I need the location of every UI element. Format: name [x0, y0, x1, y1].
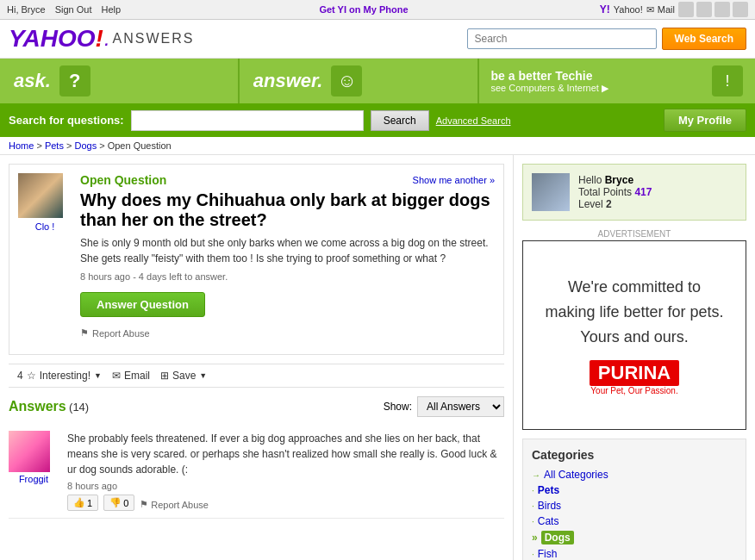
ask-label: ask. [14, 70, 51, 92]
hello-text: Hello [578, 174, 602, 186]
answers-section: Answers (14) Show: All Answers Oldest Fi… [9, 396, 504, 519]
level-label: Level [578, 198, 603, 210]
question-search-input[interactable] [131, 110, 364, 131]
answer-icon: ☺ [331, 65, 362, 96]
mail-label: Mail [658, 4, 675, 15]
nav-banner: ask. ? answer. ☺ be a better Techie see … [0, 59, 755, 103]
logo-dot: . [104, 27, 110, 51]
asker-name[interactable]: Clo ! [35, 221, 55, 232]
breadcrumb-pets[interactable]: Pets [45, 140, 64, 151]
total-points-line: Total Points 417 [578, 186, 652, 198]
hi-bryce-link[interactable]: Hi, Bryce [7, 4, 46, 15]
search-for-questions-label: Search for questions: [9, 114, 124, 127]
category-active-indicator: » [532, 532, 538, 544]
category-bullet: · [532, 501, 534, 511]
category-bullet: · [532, 517, 534, 526]
category-fish[interactable]: · Fish [532, 546, 737, 560]
report-abuse-link[interactable]: ⚑ Report Abuse [80, 327, 495, 339]
show-label: Show: [384, 401, 412, 413]
answers-show-select[interactable]: All Answers Oldest First Newest First [417, 396, 504, 417]
my-profile-button[interactable]: My Profile [664, 109, 746, 132]
purina-brand-name: PURINA [590, 360, 679, 386]
top-bar: Hi, Bryce Sign Out Help Get YI on My Pho… [0, 0, 755, 20]
user-avatar [532, 173, 570, 211]
yahoo-logo-text: YAHOO! [9, 25, 103, 53]
top-bar-right: Y! Yahoo! ✉ Mail [600, 2, 748, 17]
save-label: Save [172, 370, 196, 382]
answers-header: Answers (14) Show: All Answers Oldest Fi… [9, 396, 504, 417]
content-area: Clo ! Open Question Show me another » Wh… [0, 155, 514, 560]
sidebar: Hello Bryce Total Points 417 Level 2 ADV… [514, 155, 755, 560]
question-body: She is only 9 month old but she only bar… [80, 235, 495, 266]
hello-greeting: Hello Bryce [578, 174, 652, 186]
category-cats-link[interactable]: Cats [538, 515, 559, 527]
answer-nav-button[interactable]: answer. ☺ [240, 59, 477, 103]
user-info-box: Hello Bryce Total Points 417 Level 2 [522, 164, 746, 221]
category-birds-link[interactable]: Birds [538, 500, 561, 512]
breadcrumb-dogs[interactable]: Dogs [74, 140, 97, 151]
answers-title-area: Answers (14) [9, 399, 89, 414]
report-abuse-label: Report Abuse [151, 500, 209, 510]
ad-label-text: ADVERTISEMENT [522, 229, 746, 239]
interesting-count: 4 [17, 370, 23, 382]
toolbar-icons [678, 2, 748, 17]
sign-out-link[interactable]: Sign Out [55, 4, 92, 15]
web-search-button[interactable]: Web Search [662, 28, 746, 50]
be-better-sub: see Computers & Internet ▶ [491, 83, 704, 94]
answers-count: (14) [69, 401, 89, 414]
category-all[interactable]: → All Categories [532, 467, 737, 482]
save-dropdown-icon: ▼ [199, 371, 207, 380]
answer-report-abuse-link[interactable]: ⚑ Report Abuse [140, 499, 209, 510]
logo: YAHOO! . ANSWERS [9, 25, 195, 53]
ask-nav-button[interactable]: ask. ? [0, 59, 238, 103]
user-name: Bryce [605, 174, 633, 186]
thumbs-down-button[interactable]: 👎 0 [103, 495, 134, 511]
category-pets-link[interactable]: Pets [538, 484, 559, 496]
answer-question-button[interactable]: Answer Question [80, 292, 205, 317]
category-dogs-link[interactable]: Dogs [541, 531, 574, 544]
answer-label: answer. [253, 70, 323, 92]
email-action[interactable]: ✉ Email [112, 370, 150, 382]
star-icon: ☆ [27, 370, 36, 382]
get-yi-link[interactable]: Get YI on My Phone [319, 4, 408, 15]
category-bullet: · [532, 486, 534, 495]
save-action[interactable]: ⊞ Save ▼ [160, 370, 207, 382]
down-count: 0 [123, 498, 128, 508]
be-better-section[interactable]: be a better Techie see Computers & Inter… [479, 59, 756, 103]
breadcrumb-home[interactable]: Home [9, 140, 34, 151]
category-birds[interactable]: · Birds [532, 498, 737, 513]
category-all-link[interactable]: All Categories [544, 469, 608, 481]
answers-logo-text: ANSWERS [113, 31, 195, 47]
question-box: Clo ! Open Question Show me another » Wh… [9, 164, 504, 355]
purina-tagline: Your Pet, Our Passion. [590, 386, 679, 395]
show-another-link[interactable]: Show me another » [413, 175, 495, 185]
main-layout: Clo ! Open Question Show me another » Wh… [0, 155, 755, 560]
advanced-search-link[interactable]: Advanced Search [436, 115, 511, 126]
question-meta: Open Question Show me another » Why does… [80, 173, 495, 339]
category-fish-link[interactable]: Fish [538, 548, 558, 560]
interesting-label: Interesting! [40, 370, 90, 382]
breadcrumb: Home > Pets > Dogs > Open Question [0, 137, 755, 155]
answer-author-name[interactable]: Froggit [19, 474, 48, 484]
category-dogs[interactable]: » Dogs [532, 529, 737, 546]
header: YAHOO! . ANSWERS Web Search [0, 20, 755, 59]
be-better-icon: ! [712, 65, 743, 96]
answer-content: She probably feels threatened. If ever a… [67, 431, 504, 511]
points-value: 417 [634, 186, 652, 198]
question-time: 8 hours ago - 4 days left to answer. [80, 271, 495, 282]
answers-title: Answers [9, 399, 66, 414]
search-bar: Search for questions: Search Advanced Se… [0, 103, 755, 137]
purina-logo: PURINA Your Pet, Our Passion. [590, 360, 679, 395]
help-link[interactable]: Help [102, 4, 122, 15]
thumbs-up-button[interactable]: 👍 1 [67, 495, 98, 511]
ask-icon: ? [59, 65, 90, 96]
question-type-label: Open Question [80, 173, 166, 187]
question-actions: 4 ☆ Interesting! ▼ ✉ Email ⊞ Save ▼ [9, 364, 504, 388]
category-cats[interactable]: · Cats [532, 513, 737, 529]
search-button[interactable]: Search [371, 110, 429, 131]
category-pets[interactable]: · Pets [532, 482, 737, 498]
category-bullet: · [532, 550, 534, 559]
header-search-input[interactable] [467, 28, 657, 49]
ad-line-2: making life better for pets. [545, 300, 723, 325]
interesting-action[interactable]: 4 ☆ Interesting! ▼ [17, 370, 102, 382]
